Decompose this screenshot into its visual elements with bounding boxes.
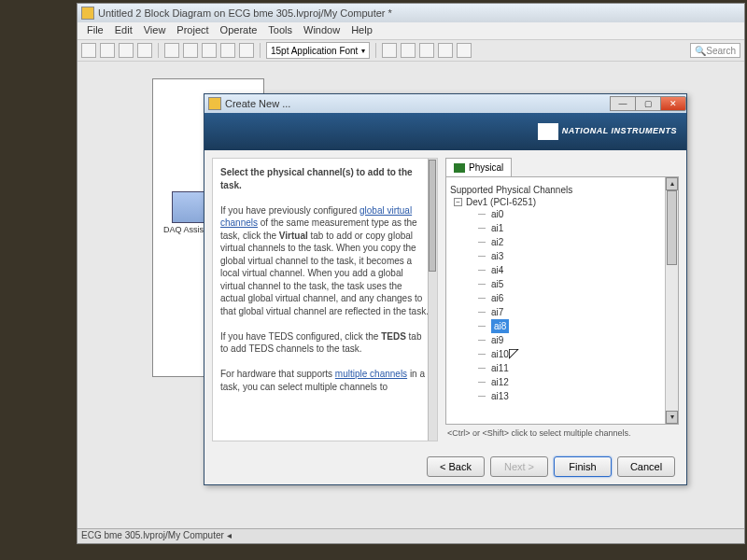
menu-file[interactable]: File xyxy=(81,22,109,39)
run-icon[interactable] xyxy=(81,43,96,58)
window-title-bar: Untitled 2 Block Diagram on ECG bme 305.… xyxy=(78,4,744,22)
menu-view[interactable]: View xyxy=(138,22,172,39)
back-button[interactable]: < Back xyxy=(427,456,485,477)
bulb-icon[interactable] xyxy=(164,43,179,58)
close-button[interactable]: ✕ xyxy=(660,96,686,111)
channel-pane: Physical Supported Physical Channels − D… xyxy=(445,158,679,441)
window-title: Untitled 2 Block Diagram on ECG bme 305.… xyxy=(98,7,392,19)
menu-window[interactable]: Window xyxy=(298,22,345,39)
channel-ai10[interactable]: ai10 xyxy=(450,347,674,361)
abort-icon[interactable] xyxy=(119,43,134,58)
dialog-banner: NATIONAL INSTRUMENTS xyxy=(204,113,686,150)
step-over-icon[interactable] xyxy=(220,43,235,58)
retain-icon[interactable] xyxy=(183,43,198,58)
resize-icon[interactable] xyxy=(419,43,434,58)
channel-ai12[interactable]: ai12 xyxy=(450,375,674,389)
search-input[interactable]: 🔍 Search xyxy=(690,43,740,58)
step-into-icon[interactable] xyxy=(202,43,217,58)
font-selector[interactable]: 15pt Application Font xyxy=(266,42,370,59)
cleanup-icon[interactable] xyxy=(457,43,472,58)
separator xyxy=(260,43,261,58)
channel-ai6[interactable]: ai6 xyxy=(450,291,674,305)
help-heading: Select the physical channel(s) to add to… xyxy=(220,167,413,190)
create-new-dialog: Create New ... — ▢ ✕ NATIONAL INSTRUMENT… xyxy=(204,93,687,485)
help-paragraph-2: If you have TEDS configured, click the T… xyxy=(220,330,430,356)
help-paragraph-1: If you have previously configured global… xyxy=(220,204,430,318)
help-paragraph-3: For hardware that supports multiple chan… xyxy=(220,368,430,393)
menu-bar[interactable]: File Edit View Project Operate Tools Win… xyxy=(78,22,744,39)
separator xyxy=(158,43,159,58)
channel-ai7[interactable]: ai7 xyxy=(450,305,674,319)
physical-tab-icon xyxy=(454,163,465,173)
maximize-button[interactable]: ▢ xyxy=(635,96,661,111)
run-continuous-icon[interactable] xyxy=(100,43,115,58)
help-scrollbar[interactable] xyxy=(428,159,437,441)
channel-ai2[interactable]: ai2 xyxy=(450,235,674,249)
scrollbar-thumb[interactable] xyxy=(429,160,436,272)
next-button: Next > xyxy=(490,456,548,477)
help-pane: Select the physical channel(s) to add to… xyxy=(212,158,438,441)
scroll-up-icon[interactable]: ▴ xyxy=(666,177,678,190)
finish-button[interactable]: Finish xyxy=(554,456,612,477)
channel-ai13[interactable]: ai13 xyxy=(450,389,674,403)
device-node[interactable]: − Dev1 (PCI-6251) xyxy=(450,197,674,207)
tree-scrollbar[interactable]: ▴ ▾ xyxy=(665,177,678,424)
tab-physical[interactable]: Physical xyxy=(445,158,512,176)
minimize-button[interactable]: — xyxy=(610,96,636,111)
menu-operate[interactable]: Operate xyxy=(215,22,263,39)
multiple-channels-link[interactable]: multiple channels xyxy=(335,369,407,379)
channel-tree[interactable]: Supported Physical Channels − Dev1 (PCI-… xyxy=(445,176,679,425)
menu-help[interactable]: Help xyxy=(345,22,378,39)
menu-project[interactable]: Project xyxy=(171,22,214,39)
pause-icon[interactable] xyxy=(137,43,152,58)
dialog-title-bar[interactable]: Create New ... — ▢ ✕ xyxy=(204,94,686,113)
supported-channels-label: Supported Physical Channels xyxy=(450,185,674,195)
reorder-icon[interactable] xyxy=(438,43,453,58)
align-icon[interactable] xyxy=(382,43,397,58)
ni-logo: NATIONAL INSTRUMENTS xyxy=(538,123,677,140)
toolbar: 15pt Application Font 🔍 Search xyxy=(78,39,744,62)
scroll-down-icon[interactable]: ▾ xyxy=(666,411,678,424)
channel-ai5[interactable]: ai5 xyxy=(450,277,674,291)
app-icon xyxy=(81,7,94,20)
menu-tools[interactable]: Tools xyxy=(262,22,298,39)
scrollbar-thumb[interactable] xyxy=(667,190,677,265)
distribute-icon[interactable] xyxy=(401,43,416,58)
channel-ai1[interactable]: ai1 xyxy=(450,221,674,235)
separator xyxy=(375,43,376,58)
dialog-icon xyxy=(208,97,221,110)
collapse-icon[interactable]: − xyxy=(454,198,462,206)
channel-ai4[interactable]: ai4 xyxy=(450,263,674,277)
status-bar: ECG bme 305.lvproj/My Computer ◂ xyxy=(78,528,744,543)
channel-ai3[interactable]: ai3 xyxy=(450,249,674,263)
channel-ai9[interactable]: ai9 xyxy=(450,333,674,347)
menu-edit[interactable]: Edit xyxy=(109,22,138,39)
cancel-button[interactable]: Cancel xyxy=(617,456,675,477)
selection-hint: <Ctrl> or <Shift> click to select multip… xyxy=(445,425,679,441)
channel-ai8[interactable]: ai8 xyxy=(450,319,674,333)
dialog-title: Create New ... xyxy=(225,98,290,109)
step-out-icon[interactable] xyxy=(239,43,254,58)
channel-ai11[interactable]: ai11 xyxy=(450,361,674,375)
channel-ai0[interactable]: ai0 xyxy=(450,207,674,221)
